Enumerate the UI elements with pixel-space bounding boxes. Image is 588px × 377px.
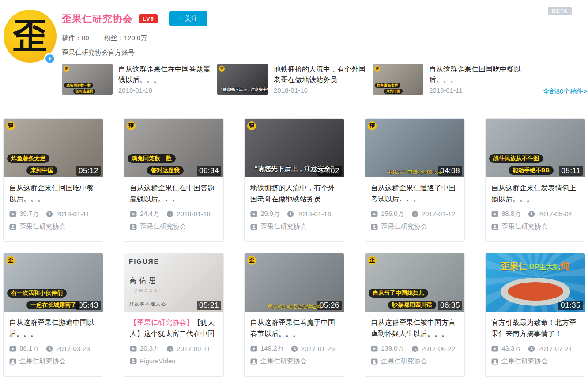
uploader-icon	[9, 358, 16, 365]
video-thumbnail[interactable]: 05:26 歪所以鸡年咱还会继续吃鸡	[245, 253, 344, 312]
uploader-icon	[371, 223, 378, 230]
uploader-row: FigureVideo	[130, 357, 218, 365]
video-title[interactable]: 自从这群歪果仁被中国方言虐到怀疑人生以后。。。	[371, 317, 459, 339]
video-thumbnail[interactable]: 05:43 歪有一次我和小伙伴们一起在长城露营了	[4, 253, 103, 312]
video-thumbnail[interactable]: 14:02 歪“请您先下后上，注意安全”	[245, 119, 344, 177]
video-title[interactable]: 自从这群歪果仁着魔于中国春节以后。。。	[250, 317, 338, 339]
featured-video-item[interactable]: 歪“请您先下后上，注意安全” 地铁拥挤的人流中，有个外国老哥在做地铁站务员 20…	[217, 64, 373, 96]
header-info: 歪果仁研究协会 LV6 + 关注 稿件：80 粉丝：120.0万 歪果仁研究协会…	[62, 11, 525, 57]
thumbnail-caption: 炸鱼薯条太烂	[7, 154, 49, 163]
all-videos-link[interactable]: 全部80个稿件>	[543, 87, 587, 96]
uploader-name[interactable]: 歪果仁研究协会	[501, 357, 548, 366]
uploader-name[interactable]: 歪果仁研究协会	[140, 222, 186, 231]
view-count: 39.7万	[9, 210, 39, 218]
play-count-icon	[250, 211, 257, 218]
thumbnail-caption: 来到中国	[26, 166, 57, 175]
featured-video-title[interactable]: 地铁拥挤的人流中，有个外国老哥在做地铁站务员	[274, 64, 369, 85]
video-thumbnail[interactable]: 04:08 歪我闹太了中国style的马克	[365, 119, 464, 177]
thumbnail-caption: 鸡兔同笼数一数	[64, 83, 93, 88]
follow-button[interactable]: + 关注	[169, 11, 207, 26]
video-card[interactable]: 05:43 歪有一次我和小伙伴们一起在长城露营了 自从这群歪果仁游遍中国以后。。…	[3, 253, 103, 377]
thumbnail-caption: 炸鱼薯条太烂	[375, 83, 400, 88]
video-card[interactable]: 01:35 歪果仁 UP主大乱炖 官方引战最为致命！北方歪果仁来南方搞事情了！ …	[485, 253, 585, 377]
upload-date-value: 2017-06-22	[422, 345, 456, 352]
beta-badge: BETA	[548, 7, 572, 15]
view-count-value: 156.0万	[381, 210, 404, 218]
uploader-name[interactable]: 歪果仁研究协会	[19, 222, 66, 231]
featured-videos-strip: 歪鸡兔同笼数一数答对这题我 自从这群歪果仁在中国答题赢钱以后。。。 2018-0…	[62, 64, 588, 96]
video-card[interactable]: 14:02 歪“请您先下后上，注意安全” 地铁拥挤的人流中，有个外国老哥在做地铁…	[244, 118, 344, 242]
video-title[interactable]: 自从这群歪果仁在中国答题赢钱以后。。。	[130, 182, 218, 204]
thumbnail-caption: 有一次我和小伙伴们	[7, 289, 67, 298]
featured-video-thumbnail[interactable]: 歪“请您先下后上，注意安全”	[217, 64, 268, 95]
view-count-value: 39.7万	[19, 210, 39, 218]
uploader-name[interactable]: FigureVideo	[140, 357, 176, 365]
video-card[interactable]: 04:08 歪我闹太了中国style的马克 自从这群歪果仁遭遇了中国考试以后。。…	[365, 118, 465, 242]
thumbnail-caption: 所以鸡年咱还会继续吃鸡	[245, 303, 344, 310]
video-thumbnail[interactable]: 06:34 歪鸡兔同笼数一数答对这题我	[124, 119, 223, 177]
video-title[interactable]: 自从这群歪果仁回国吃中餐以后。。。	[9, 182, 97, 204]
cartoon-title-part: 歪果仁	[501, 261, 527, 271]
upload-date: 2017-05-04	[528, 210, 572, 218]
uploader-name[interactable]: 歪果仁研究协会	[260, 357, 307, 366]
video-title-text: 自从这群歪果仁遭遇了中国考试以后。。。	[371, 184, 456, 203]
play-count-icon	[250, 345, 257, 352]
view-count-value: 88.8万	[501, 210, 521, 218]
featured-video-title[interactable]: 自从这群歪果仁在中国答题赢钱以后。。。	[118, 64, 213, 85]
video-thumbnail[interactable]: 06:35 歪自从当了中国媳妇儿吵架都用四川话	[365, 253, 464, 312]
clock-icon	[166, 345, 173, 352]
uploader-icon	[250, 358, 257, 365]
featured-video-thumbnail[interactable]: 歪鸡兔同笼数一数答对这题我	[62, 64, 113, 95]
upload-date-value: 2017-01-12	[422, 210, 456, 218]
video-title[interactable]: 自从这群歪果仁发表情包上瘾以后。。。	[491, 182, 579, 204]
uploader-name[interactable]: 歪果仁研究协会	[260, 222, 307, 231]
video-meta-row: 20.3万 2017-09-11	[130, 344, 218, 353]
figure-tagline: 好故事不迷人心	[129, 301, 166, 307]
view-count: 20.3万	[130, 344, 159, 353]
upload-date: 2017-07-21	[528, 345, 572, 352]
featured-video-title[interactable]: 自从这群歪果仁回国吃中餐以后。。。	[429, 64, 524, 85]
channel-logo-badge-icon: 歪	[374, 66, 380, 72]
featured-video-item[interactable]: 歪鸡兔同笼数一数答对这题我 自从这群歪果仁在中国答题赢钱以后。。。 2018-0…	[62, 64, 217, 96]
figure-person-name: 高佑思	[129, 276, 158, 286]
clock-icon	[528, 211, 535, 218]
uploader-name[interactable]: 歪果仁研究协会	[381, 357, 427, 366]
uploader-name[interactable]: 歪果仁研究协会	[501, 222, 548, 231]
video-title[interactable]: 官方引战最为致命！北方歪果仁来南方搞事情了！	[491, 317, 579, 339]
video-card[interactable]: 05:12 歪炸鱼薯条太烂来到中国 自从这群歪果仁回国吃中餐以后。。。 39.7…	[3, 118, 103, 242]
video-duration-badge: 05:11	[559, 166, 583, 176]
video-title[interactable]: 【歪果仁研究协会】【犹太人】这个犹太富二代在中国	[130, 317, 218, 339]
featured-video-date: 2018-01-16	[274, 87, 369, 94]
uploader-row: 歪果仁研究协会	[9, 222, 97, 231]
uploader-icon	[491, 358, 498, 365]
upload-date: 2018-01-11	[46, 210, 90, 218]
view-count: 43.3万	[491, 344, 521, 353]
uploader-row: 歪果仁研究协会	[491, 222, 579, 231]
uploader-name[interactable]: 歪果仁研究协会	[381, 222, 427, 231]
video-thumbnail[interactable]: 05:12 歪炸鱼薯条太烂来到中国	[4, 119, 103, 177]
video-card[interactable]: 05:21 FIGUЯE高佑思〔歪研会会长〕好故事不迷人心 【歪果仁研究协会】【…	[124, 253, 224, 377]
video-title-text: 自从这群歪果仁在中国答题赢钱以后。。。	[130, 184, 215, 203]
video-duration-badge: 06:35	[438, 301, 462, 310]
thumbnail-caption: 一起在长城露营了	[26, 301, 80, 309]
video-thumbnail[interactable]: 01:35 歪果仁 UP主大乱炖	[486, 253, 585, 312]
video-thumbnail[interactable]: 05:21 FIGUЯE高佑思〔歪研会会长〕好故事不迷人心	[124, 253, 223, 312]
uploader-name[interactable]: 歪果仁研究协会	[19, 357, 66, 366]
thumbnail-caption: “请您先下后上，注意安全”	[245, 165, 344, 173]
video-card[interactable]: 06:34 歪鸡兔同笼数一数答对这题我 自从这群歪果仁在中国答题赢钱以后。。。 …	[124, 118, 224, 242]
video-card[interactable]: 05:26 歪所以鸡年咱还会继续吃鸡 自从这群歪果仁着魔于中国春节以后。。。 1…	[244, 253, 344, 377]
view-count: 149.2万	[250, 344, 284, 353]
video-title[interactable]: 自从这群歪果仁遭遇了中国考试以后。。。	[371, 182, 459, 204]
video-title[interactable]: 自从这群歪果仁游遍中国以后。。。	[9, 317, 97, 339]
video-card[interactable]: 06:35 歪自从当了中国媳妇儿吵架都用四川话 自从这群歪果仁被中国方言虐到怀疑…	[365, 253, 465, 377]
channel-logo-badge-icon: 歪	[6, 121, 15, 130]
video-title[interactable]: 地铁拥挤的人流中，有个外国老哥在做地铁站务员	[250, 182, 338, 204]
uploader-icon	[491, 223, 498, 230]
video-thumbnail[interactable]: 05:11 战斗民族从不斗图能动手绝不BB	[486, 119, 585, 177]
video-meta-row: 88.1万 2017-03-23	[9, 344, 97, 353]
play-count-icon	[491, 345, 498, 352]
clock-icon	[411, 345, 418, 352]
video-card[interactable]: 05:11 战斗民族从不斗图能动手绝不BB 自从这群歪果仁发表情包上瘾以后。。。…	[485, 118, 585, 242]
featured-video-item[interactable]: 歪炸鱼薯条太烂来到中国 自从这群歪果仁回国吃中餐以后。。。 2018-01-11	[373, 64, 528, 96]
featured-video-thumbnail[interactable]: 歪炸鱼薯条太烂来到中国	[373, 64, 423, 95]
